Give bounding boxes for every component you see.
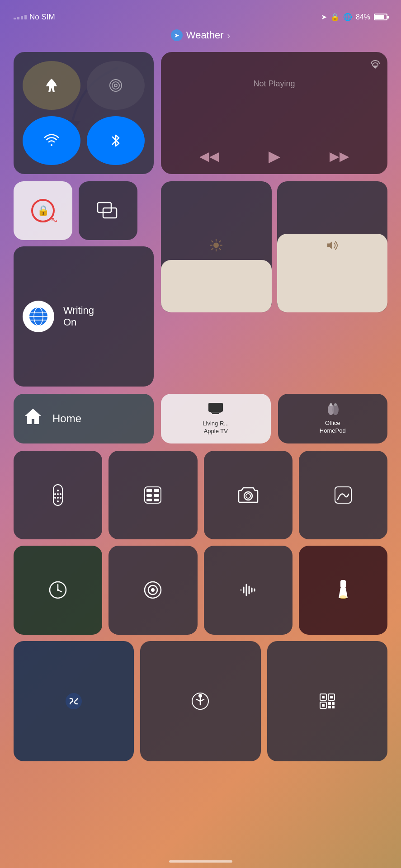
globe-icon: 🌐 [343, 13, 352, 21]
signature-button[interactable] [299, 451, 387, 539]
brightness-fill [161, 260, 272, 312]
flashlight-button[interactable] [299, 546, 387, 634]
media-controls: ◀◀ ▶ ▶▶ [170, 147, 378, 165]
svg-point-35 [60, 497, 61, 499]
svg-rect-72 [332, 702, 335, 705]
remote-button[interactable] [14, 451, 102, 539]
svg-rect-42 [146, 499, 152, 501]
airplay-icon[interactable] [370, 59, 380, 72]
carrier-label: No SIM [29, 13, 55, 22]
qrcode-button[interactable] [267, 641, 387, 761]
rotation-lock-button[interactable]: 🔒 ↩ [14, 181, 72, 240]
svg-point-50 [57, 589, 59, 591]
svg-point-12 [213, 243, 219, 248]
fast-forward-button[interactable]: ▶▶ [330, 149, 349, 164]
svg-rect-38 [146, 489, 152, 492]
svg-point-29 [57, 490, 59, 491]
svg-rect-70 [322, 704, 325, 707]
svg-rect-73 [328, 706, 331, 708]
home-icon [23, 406, 43, 431]
homepod-label: Office HomePod [320, 420, 346, 435]
home-indicator [169, 860, 232, 863]
svg-point-1 [110, 80, 122, 91]
brightness-icon [210, 239, 222, 255]
svg-point-30 [57, 493, 59, 495]
svg-rect-66 [322, 696, 325, 698]
writing-on-tile[interactable]: Writing On [14, 246, 154, 387]
svg-rect-21 [208, 403, 223, 412]
brightness-slider[interactable] [161, 181, 272, 312]
homepod-icon [326, 402, 339, 417]
battery-percent: 84% [356, 13, 370, 21]
clock-button[interactable] [14, 546, 102, 634]
calculator-button[interactable] [109, 451, 197, 539]
screen-mirror-button[interactable] [79, 181, 137, 240]
record-button[interactable] [109, 546, 197, 634]
accessibility-button[interactable] [140, 641, 260, 761]
camera-button[interactable] [204, 451, 292, 539]
app-grid [14, 451, 387, 635]
rewind-button[interactable]: ◀◀ [199, 149, 219, 164]
svg-rect-39 [154, 489, 159, 492]
svg-line-20 [212, 248, 213, 250]
volume-slider[interactable] [277, 181, 388, 312]
svg-point-33 [57, 497, 59, 499]
apple-tv-label: Living R... Apple TV [203, 420, 229, 435]
row-home-devices: Home Living R... Apple TV [14, 394, 387, 443]
media-status: Not Playing [170, 79, 378, 89]
vpn-icon: 🔒 [330, 13, 340, 21]
soundwave-button[interactable] [204, 546, 292, 634]
svg-point-27 [334, 403, 337, 406]
svg-rect-46 [335, 487, 351, 503]
svg-point-44 [244, 492, 252, 500]
signal-icon [14, 15, 27, 19]
svg-line-18 [219, 248, 221, 250]
writing-globe-icon [23, 301, 54, 332]
apple-tv-tile[interactable]: Living R... Apple TV [161, 394, 271, 443]
bluetooth-button[interactable] [87, 116, 145, 165]
svg-point-31 [54, 493, 56, 495]
volume-icon [326, 239, 339, 255]
svg-point-34 [54, 497, 56, 499]
home-label: Home [52, 412, 81, 425]
weather-label: Weather [186, 29, 224, 41]
svg-rect-68 [330, 696, 333, 698]
location-arrow-icon: ➤ [171, 29, 183, 41]
weather-bar[interactable]: ➤ Weather › [0, 29, 401, 41]
svg-rect-43 [154, 499, 159, 501]
homepod-tile[interactable]: Office HomePod [278, 394, 388, 443]
svg-point-62 [66, 693, 82, 709]
home-tile[interactable]: Home [14, 394, 154, 443]
status-bar: No SIM ➤ 🔒 🌐 84% [0, 0, 401, 27]
svg-rect-74 [332, 706, 335, 708]
weather-chevron: › [227, 30, 231, 41]
svg-point-45 [246, 494, 250, 498]
writing-label: Writing On [63, 305, 94, 328]
shazam-button[interactable] [14, 641, 134, 761]
apple-tv-icon [208, 402, 224, 417]
svg-line-17 [212, 241, 213, 242]
row-controls-sliders: 🔒 ↩ [14, 181, 387, 387]
cellular-button[interactable] [87, 61, 145, 110]
network-tile[interactable] [14, 52, 154, 174]
svg-rect-71 [328, 702, 331, 705]
media-tile: Not Playing ◀◀ ▶ ▶▶ [161, 52, 387, 174]
svg-rect-40 [146, 494, 152, 497]
location-icon: ➤ [321, 13, 327, 21]
svg-rect-23 [211, 412, 221, 413]
svg-rect-41 [154, 494, 159, 497]
battery-icon [374, 14, 387, 20]
wifi-button[interactable] [23, 116, 80, 165]
airplane-mode-button[interactable] [23, 61, 80, 110]
svg-line-19 [219, 241, 221, 242]
svg-point-3 [114, 84, 117, 87]
sliders-area [161, 181, 387, 312]
svg-point-61 [340, 595, 347, 599]
play-button[interactable]: ▶ [269, 147, 280, 165]
status-left: No SIM [14, 13, 55, 22]
app-grid-row3 [14, 641, 387, 788]
control-center: Not Playing ◀◀ ▶ ▶▶ 🔒 ↩ [14, 52, 387, 788]
svg-point-26 [330, 403, 332, 406]
row-network-media: Not Playing ◀◀ ▶ ▶▶ [14, 52, 387, 174]
svg-point-2 [112, 82, 119, 89]
